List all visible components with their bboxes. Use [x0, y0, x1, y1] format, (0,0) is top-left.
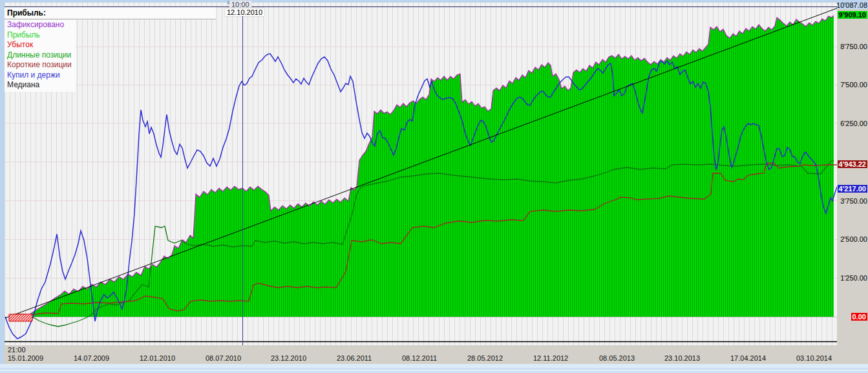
value-tick-8: 2'500.00 — [840, 235, 867, 243]
cursor-date-label: 12.10.2010 — [225, 8, 264, 16]
value-tick-3: 7'500.00 — [840, 81, 867, 89]
date-tick-8: 12.11.2012 — [533, 354, 568, 362]
date-tick-11: 17.04.2014 — [730, 354, 766, 362]
legend-item-1: Прибыль — [7, 30, 76, 41]
date-tick-5: 23.06.2011 — [337, 354, 372, 362]
value-badge-10: 0.00 — [851, 313, 867, 321]
legend-item-2: Убыток — [7, 40, 76, 50]
chart-window: 10'087.089'909.108'750.007'500.006'250.0… — [0, 0, 868, 373]
legend: ЗафиксированоПрибыльУбытокДлинные позици… — [5, 20, 76, 92]
date-tick-0: 15.01.2009 — [8, 354, 43, 362]
chart-plot-area[interactable] — [5, 3, 837, 345]
value-badge-1: 9'909.10 — [838, 11, 867, 19]
legend-item-6: Медиана — [7, 80, 76, 91]
date-tick-7: 28.05.2012 — [467, 354, 503, 362]
value-tick-0: 10'087.08 — [836, 1, 867, 9]
value-badge-6: 4'217.00 — [838, 185, 867, 193]
cursor-time-label: 10:00 — [229, 1, 251, 8]
legend-item-4: Короткие позиции — [7, 60, 76, 70]
window-bottom-border — [0, 364, 868, 373]
axis-start-time: 21:00 — [8, 346, 26, 354]
legend-item-5: Купил и держи — [7, 70, 76, 81]
date-tick-6: 08.12.2011 — [402, 354, 437, 362]
value-badge-5: 4'943.22 — [838, 160, 867, 168]
date-tick-2: 12.01.2010 — [140, 354, 175, 362]
value-tick-4: 6'250.00 — [840, 120, 867, 127]
date-tick-10: 23.10.2013 — [664, 354, 700, 362]
date-tick-12: 03.10.2014 — [796, 354, 832, 362]
value-tick-9: 1'250.00 — [840, 274, 867, 282]
date-tick-4: 23.12.2010 — [271, 354, 306, 362]
time-axis-strip: 21:00 15.01.200914.07.200912.01.201008.0… — [4, 345, 868, 364]
date-tick-3: 08.07.2010 — [206, 354, 241, 362]
date-tick-9: 08.05.2013 — [599, 354, 635, 362]
value-tick-2: 8'750.00 — [840, 43, 867, 50]
date-tick-1: 14.07.2009 — [74, 354, 109, 362]
value-tick-7: 3'750.00 — [840, 197, 867, 205]
legend-item-0: Зафиксировано — [7, 20, 76, 30]
legend-item-3: Длинные позиции — [7, 50, 76, 61]
legend-title: Прибыль: — [5, 7, 216, 19]
